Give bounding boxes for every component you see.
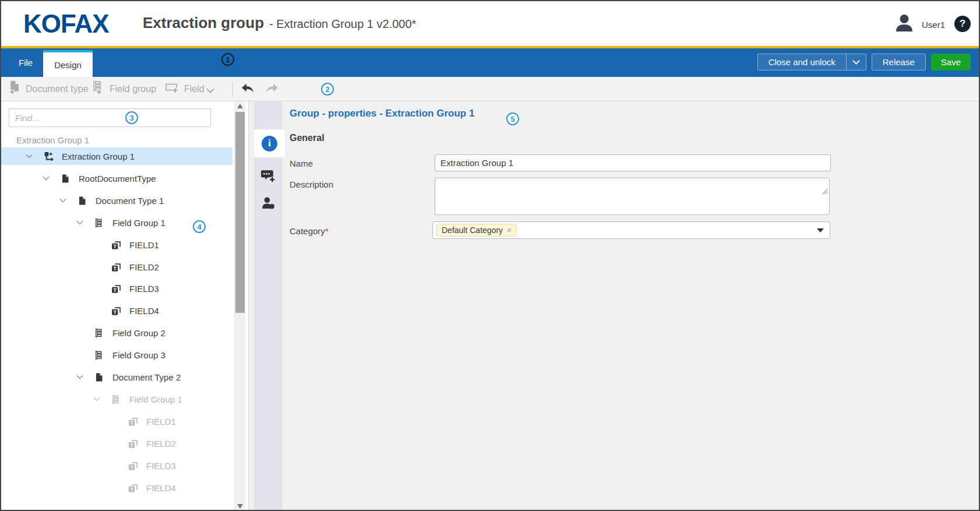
release-button[interactable]: Release (872, 54, 926, 71)
name-label: Name (290, 158, 313, 168)
tree-item[interactable]: Document Type 2 (1, 368, 232, 386)
tree-item[interactable]: Extraction Group 1 (1, 147, 232, 165)
properties-tabstrip: i (254, 101, 282, 511)
svg-text:T: T (130, 420, 133, 425)
field-group-icon (94, 214, 104, 231)
callout-2: 2 (321, 83, 334, 96)
tree-item-label: FIELD4 (129, 302, 159, 319)
properties-tab-info[interactable]: i (254, 129, 285, 157)
undo-button[interactable] (240, 82, 255, 97)
tree-item[interactable]: RootDocumentType (1, 170, 232, 187)
tree-item-label: Field Group 2 (112, 324, 165, 341)
user-avatar-icon (893, 12, 916, 37)
tree-item-label: Extraction Group 1 (62, 147, 135, 165)
tree-item[interactable]: TFIELD3 (1, 280, 232, 297)
page-title-version: - Extraction Group 1 v2.000* (269, 17, 416, 31)
resize-grip-icon[interactable] (821, 186, 828, 197)
tree-item-label: FIELD1 (129, 236, 159, 253)
description-label: Description (290, 179, 333, 189)
field-dropdown-icon[interactable] (206, 85, 214, 96)
field-icon: T (111, 280, 121, 297)
properties-title: Group - properties - Extraction Group 1 (290, 108, 474, 119)
scroll-up-icon[interactable] (237, 104, 243, 108)
svg-text:T: T (113, 287, 117, 292)
chevron-down-icon[interactable] (43, 170, 50, 187)
field-icon: T (128, 413, 138, 430)
help-button[interactable]: ? (954, 16, 971, 32)
chevron-down-icon[interactable] (76, 368, 83, 386)
callout-4: 4 (193, 220, 206, 233)
tree-item[interactable]: TFIELD2 (1, 258, 232, 276)
design-toolbar: Document type Field group Field (1, 77, 979, 101)
document-add-icon (8, 80, 22, 97)
tree-root-label: Extraction Group 1 (16, 135, 89, 145)
tree-item[interactable]: Field Group 3 (1, 346, 232, 364)
tree-item[interactable]: TFIELD4 (1, 479, 232, 496)
field-group-icon (111, 390, 121, 408)
svg-text:T: T (113, 243, 117, 249)
field-group-button[interactable]: Field group (92, 77, 156, 101)
tree-item-label: FIELD4 (146, 479, 176, 496)
search-input[interactable] (9, 108, 211, 127)
page-title-main: Extraction group (143, 14, 264, 32)
description-field[interactable] (435, 178, 830, 215)
save-button[interactable]: Save (931, 54, 971, 71)
tree-item[interactable]: TFIELD2 (1, 435, 232, 452)
extraction-group-icon (44, 147, 54, 165)
callout-1: 1 (221, 53, 234, 66)
chevron-down-icon[interactable] (93, 390, 100, 408)
add-sample-icon (260, 168, 276, 186)
required-asterisk: * (325, 226, 329, 236)
tab-file[interactable]: File (13, 48, 38, 77)
field-icon: T (128, 435, 138, 452)
properties-tab-user-role[interactable] (254, 190, 282, 218)
chevron-down-icon[interactable] (76, 214, 83, 231)
tree-item-label: Document Type 2 (112, 368, 181, 386)
name-field[interactable] (435, 154, 831, 171)
application-window: KOFAX Extraction group - Extraction Grou… (0, 0, 980, 511)
field-icon: T (111, 258, 121, 276)
scroll-down-icon[interactable] (237, 504, 243, 509)
tree-scrollbar[interactable] (234, 101, 245, 511)
svg-text:T: T (130, 442, 133, 447)
tree-item[interactable]: TFIELD3 (1, 457, 232, 474)
chevron-down-icon[interactable] (26, 147, 33, 165)
user-role-icon (261, 196, 276, 213)
tree-item[interactable]: Field Group 2 (1, 324, 232, 341)
tree-item-label: FIELD2 (146, 435, 176, 452)
combo-caret-icon[interactable] (817, 228, 824, 232)
callout-3: 3 (125, 111, 138, 124)
category-label: Category* (290, 226, 329, 236)
kofax-logo: KOFAX (23, 9, 109, 38)
tree-item-label: Field Group 3 (112, 346, 165, 364)
tree-item[interactable]: TFIELD1 (1, 413, 232, 430)
tree-item[interactable]: TFIELD4 (1, 302, 232, 319)
properties-panel: i Group - properties - Extraction Group … (249, 101, 979, 511)
chevron-down-icon[interactable] (59, 192, 66, 209)
tab-design[interactable]: Design (43, 50, 93, 77)
tree-item[interactable]: Document Type 1 (1, 192, 232, 209)
field-button[interactable]: Field (165, 77, 205, 101)
tree-item[interactable]: Field Group 1 (1, 390, 232, 408)
svg-text:T: T (130, 486, 133, 492)
svg-text:T: T (113, 265, 117, 271)
field-group-icon (94, 346, 104, 364)
user-menu[interactable]: User1 (893, 12, 945, 37)
remove-tag-icon[interactable]: × (507, 225, 512, 235)
field-icon: T (128, 457, 138, 474)
tree-panel: Extraction Group 1 Extraction Group 1 Ro… (1, 101, 234, 511)
scrollbar-thumb[interactable] (235, 112, 245, 313)
page-title: Extraction group - Extraction Group 1 v2… (143, 14, 416, 32)
ribbon-bar: File Design Close and unlock Release Sav… (1, 48, 979, 77)
tree-item-label: RootDocumentType (79, 170, 156, 187)
category-tag: Default Category × (436, 224, 517, 237)
close-and-unlock-button[interactable]: Close and unlock (757, 54, 866, 71)
tree-item[interactable]: TFIELD1 (1, 236, 232, 253)
field-add-icon (165, 80, 180, 97)
properties-tab-add-sample[interactable] (254, 163, 282, 191)
redo-button[interactable] (265, 82, 280, 97)
category-combobox[interactable]: Default Category × (432, 221, 830, 239)
document-type-button[interactable]: Document type (8, 77, 89, 101)
toolbar-divider (232, 81, 233, 97)
close-and-unlock-dropdown[interactable] (846, 54, 866, 70)
